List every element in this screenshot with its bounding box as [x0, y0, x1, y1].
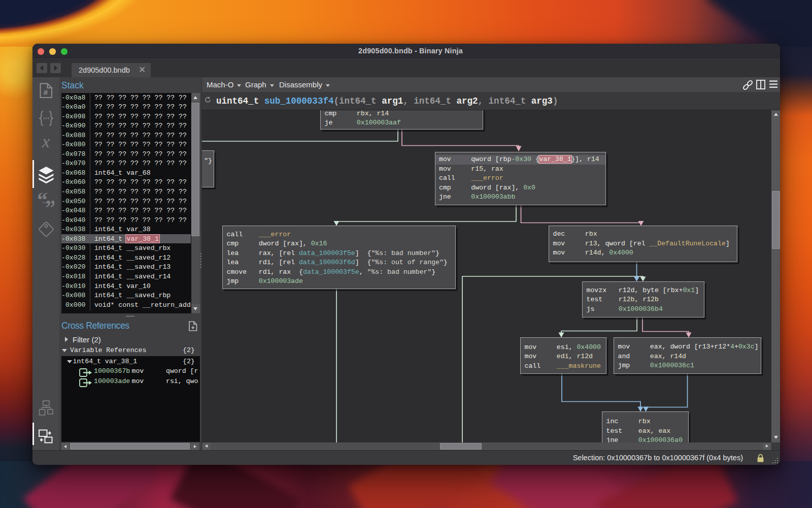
svg-text:”: ”: [45, 196, 54, 209]
svg-text:#: #: [43, 89, 48, 98]
